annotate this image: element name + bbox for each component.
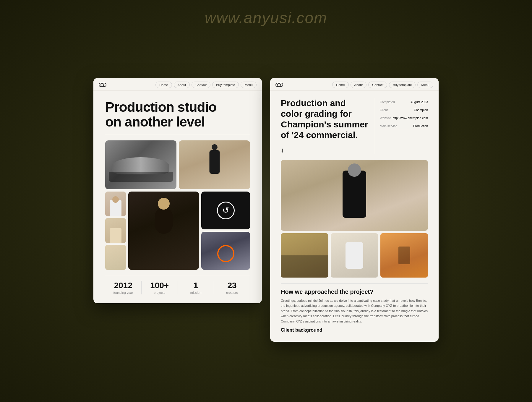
- nav-1: Home About Contact Buy template Menu: [155, 82, 257, 88]
- hero-divider: [105, 135, 250, 135]
- right-column: [201, 192, 250, 270]
- nav-about-2[interactable]: About: [351, 82, 367, 88]
- brand-logo-1: [99, 82, 107, 87]
- client-background-title: Client background: [281, 328, 428, 333]
- portrait-1: [105, 192, 126, 216]
- nav-home-1[interactable]: Home: [155, 82, 172, 88]
- image-car: [105, 140, 176, 189]
- image-circle-icon: [201, 192, 250, 230]
- stat-mission: 1 mission: [178, 281, 214, 294]
- approach-body: Greetings, curious minds! Join us as we …: [281, 298, 428, 324]
- detail-website: Website http://www.chempion.com: [380, 114, 428, 122]
- stat-founding-year: 2012 founding year: [105, 281, 142, 294]
- browser-topbar-1: Home About Contact Buy template Menu: [93, 78, 262, 91]
- hero-title-line1: Production studio: [105, 99, 217, 115]
- nav-buy-template-1[interactable]: Buy template: [212, 82, 239, 88]
- detail-website-label: Website: [380, 116, 391, 120]
- portraits-column: [105, 192, 126, 270]
- portrait-2: [105, 218, 126, 243]
- hero-title-line2: on another level: [105, 114, 205, 129]
- project-thumb-1: [281, 233, 328, 278]
- logo-icon-2: [275, 83, 283, 87]
- page2-window: Home About Contact Buy template Menu Pro…: [270, 78, 439, 342]
- image-skater-1: [179, 140, 250, 189]
- stat-label-year: founding year: [108, 291, 138, 294]
- project-text-section: How we approached the project? Greetings…: [281, 283, 428, 333]
- refresh-icon: [217, 202, 235, 219]
- nav-about-1[interactable]: About: [174, 82, 190, 88]
- project-thumb-2: [331, 233, 378, 278]
- detail-completed: Completed August 2023: [380, 98, 428, 106]
- detail-completed-label: Completed: [380, 100, 395, 104]
- stat-label-creators: creators: [217, 291, 247, 294]
- image-woman: [128, 192, 199, 270]
- portrait-3: [105, 245, 126, 270]
- hero-title: Production studio on another level: [105, 100, 250, 129]
- project-image-row: [281, 233, 428, 278]
- nav-2: Home About Contact Buy template Menu: [332, 82, 433, 88]
- detail-client-label: Client: [380, 108, 388, 112]
- stat-label-projects: projects: [145, 291, 175, 294]
- page2-body: Production and color grading for Champio…: [270, 91, 439, 342]
- stat-creators: 23 creators: [214, 281, 250, 294]
- stat-projects: 100+ projects: [142, 281, 178, 294]
- nav-menu-2[interactable]: Menu: [417, 82, 433, 88]
- nav-menu-1[interactable]: Menu: [241, 82, 257, 88]
- nav-contact-2[interactable]: Contact: [368, 82, 387, 88]
- logo-icon-1: [99, 83, 106, 87]
- image-grid-bottom: [105, 192, 250, 270]
- browser-topbar-2: Home About Contact Buy template Menu: [270, 78, 439, 91]
- stat-number-mission: 1: [181, 281, 211, 290]
- nav-contact-1[interactable]: Contact: [192, 82, 210, 88]
- detail-client: Client Champion: [380, 106, 428, 114]
- detail-service: Main service Production: [380, 122, 428, 130]
- image-biker: [201, 232, 250, 270]
- project-thumb-3: [380, 233, 428, 278]
- image-grid-top: [105, 140, 250, 189]
- detail-website-value: http://www.chempion.com: [392, 116, 428, 120]
- stat-number-creators: 23: [217, 281, 247, 290]
- stat-label-mission: mission: [181, 291, 211, 294]
- project-title-col: Production and color grading for Champio…: [281, 98, 369, 154]
- brand-logo-2: [275, 82, 284, 87]
- down-arrow-icon: ↓: [281, 146, 369, 154]
- project-title: Production and color grading for Champio…: [281, 98, 369, 140]
- watermark: www.anyusi.com: [205, 9, 327, 27]
- project-header: Production and color grading for Champio…: [281, 98, 428, 154]
- detail-completed-value: August 2023: [411, 100, 428, 104]
- project-details: Completed August 2023 Client Champion We…: [375, 98, 428, 154]
- stat-number-projects: 100+: [145, 281, 175, 290]
- approach-title: How we approached the project?: [281, 288, 428, 295]
- nav-buy-template-2[interactable]: Buy template: [389, 82, 416, 88]
- nav-home-2[interactable]: Home: [332, 82, 348, 88]
- project-main-image: [281, 160, 428, 231]
- stats-row: 2012 founding year 100+ projects 1 missi…: [105, 276, 250, 294]
- detail-service-value: Production: [413, 124, 428, 128]
- page1-window: Home About Contact Buy template Menu Pro…: [93, 78, 262, 303]
- detail-client-value: Champion: [414, 108, 428, 112]
- stat-number-year: 2012: [108, 281, 138, 290]
- page1-body: Production studio on another level: [93, 91, 262, 303]
- detail-service-label: Main service: [380, 124, 397, 128]
